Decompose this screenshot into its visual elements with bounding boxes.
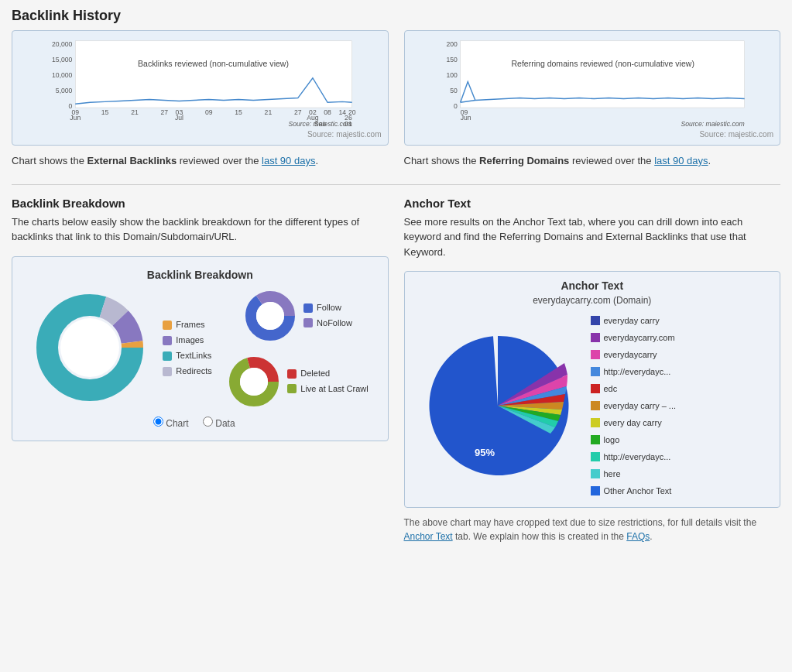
- anchor-legend-logo: logo: [591, 431, 677, 448]
- everydaycarry-color: [591, 350, 600, 359]
- svg-text:Referring domains reviewed (no: Referring domains reviewed (non-cumulati…: [511, 59, 694, 68]
- other-label: Other Anchor Text: [604, 482, 672, 499]
- breakdown-desc1: The charts below easily show the backlin…: [12, 216, 359, 228]
- backlinks-link[interactable]: backlinks: [12, 231, 53, 242]
- textlinks-label: TextLinks: [176, 348, 211, 364]
- live-color: [287, 384, 297, 393]
- anchor-bottom3: .: [650, 531, 652, 542]
- small-donuts-area: Follow NoFollow: [227, 289, 368, 409]
- left-desc-plain: Chart shows the: [12, 155, 87, 166]
- anchor-text-link[interactable]: Anchor Text: [513, 216, 565, 228]
- donut-area: Frames Images TextLinks Redirects: [24, 289, 376, 409]
- bottom-sections-row: Backlink Breakdown The charts below easi…: [12, 197, 780, 544]
- svg-text:200: 200: [446, 40, 458, 48]
- svg-text:95%: 95%: [475, 447, 495, 458]
- svg-rect-42: [460, 41, 744, 108]
- svg-text:20,000: 20,000: [52, 40, 73, 48]
- breakdown-title: Backlink Breakdown: [12, 197, 389, 210]
- data-radio-text: Data: [215, 418, 235, 429]
- right-desc-plain: Chart shows the: [404, 155, 480, 166]
- chart-radio-text: Chart: [166, 418, 188, 429]
- anchor-legend-other: Other Anchor Text: [591, 482, 677, 499]
- everyday-carry-dash-color: [591, 401, 600, 410]
- anchor-chart-box: Anchor Text everydaycarry.com (Domain): [404, 271, 781, 508]
- left-chart-desc: Chart shows the External Backlinks revie…: [12, 153, 389, 169]
- http2-label: http://everydayc...: [604, 448, 671, 465]
- http1-label: http://everydayc...: [604, 363, 671, 380]
- frames-label: Frames: [176, 317, 204, 333]
- deleted-donut: [227, 355, 281, 409]
- data-radio-input[interactable]: [203, 417, 213, 427]
- here-label: here: [604, 465, 621, 482]
- follow-label: Follow: [317, 300, 341, 316]
- left-desc-plain2: reviewed over the: [177, 155, 262, 166]
- anchor-legend-everyday-carry: everyday carry: [591, 312, 677, 329]
- svg-point-54: [256, 302, 284, 330]
- anchor-bottom-link2[interactable]: FAQs: [626, 531, 650, 542]
- svg-text:100: 100: [446, 71, 458, 79]
- right-chart-link[interactable]: last 90 days: [654, 155, 708, 166]
- svg-text:15: 15: [235, 108, 242, 116]
- svg-rect-10: [75, 41, 351, 108]
- breakdown-chart-title: Backlink Breakdown: [24, 269, 376, 281]
- anchor-pie-chart: 95%: [413, 328, 583, 483]
- svg-text:Source: majestic.com: Source: majestic.com: [288, 120, 351, 126]
- anchor-legend-every-day-carry: every day carry: [591, 414, 677, 431]
- anchor-pie-area: 95% everyday carry everydaycarry.com: [413, 312, 773, 499]
- follow-legend: Follow NoFollow: [303, 300, 352, 331]
- anchor-legend-everyday-carry-dash: everyday carry – ...: [591, 397, 677, 414]
- legend-images: Images: [163, 333, 211, 348]
- left-desc-end: .: [315, 155, 318, 166]
- follow-donut: [243, 289, 297, 343]
- svg-text:Source: majestic.com: Source: majestic.com: [681, 120, 744, 126]
- anchor-chart-title: Anchor Text: [413, 279, 773, 292]
- legend-frames: Frames: [163, 317, 211, 333]
- deleted-label: Deleted: [300, 366, 330, 382]
- svg-point-51: [60, 318, 119, 377]
- nofollow-label: NoFollow: [317, 316, 352, 331]
- anchor-bottom-desc: The above chart may have cropped text du…: [404, 516, 781, 543]
- edc-color: [591, 384, 600, 393]
- anchor-legend-http1: http://everydayc...: [591, 363, 677, 380]
- logo-color: [591, 435, 600, 444]
- anchor-title: Anchor Text: [404, 197, 781, 210]
- logo-label: logo: [604, 431, 620, 448]
- left-desc-bold: External Backlinks: [87, 155, 177, 166]
- right-chart-box: 200 150 100 50 0 Referring domains revie…: [404, 30, 781, 146]
- anchor-bottom2: tab. We explain how this is created in t…: [453, 531, 627, 542]
- legend-redirects: Redirects: [163, 364, 211, 379]
- left-chart-link[interactable]: last 90 days: [262, 155, 315, 166]
- every-day-carry-color: [591, 418, 600, 427]
- frames-color: [163, 321, 172, 330]
- svg-point-57: [240, 368, 268, 396]
- svg-text:Backlinks reviewed (non-cumula: Backlinks reviewed (non-cumulative view): [138, 59, 289, 68]
- follow-donut-row: Follow NoFollow: [243, 289, 352, 343]
- left-chart-box: 20,000 15,000 10,000 5,000 0 Backlinks r…: [12, 30, 389, 146]
- images-label: Images: [176, 333, 204, 348]
- chart-radio-label[interactable]: Chart: [153, 418, 191, 429]
- live-label: Live at Last Crawl: [300, 382, 368, 397]
- everyday-carry-color: [591, 316, 600, 325]
- chart-radio-input[interactable]: [153, 417, 163, 427]
- svg-text:15: 15: [101, 108, 109, 116]
- svg-text:21: 21: [131, 108, 139, 116]
- svg-text:15,000: 15,000: [52, 56, 73, 63]
- svg-text:08: 08: [324, 108, 331, 116]
- data-radio-label[interactable]: Data: [203, 418, 235, 429]
- anchor-legend-edc: edc: [591, 380, 677, 397]
- left-chart-col: 20,000 15,000 10,000 5,000 0 Backlinks r…: [12, 30, 389, 169]
- textlinks-color: [163, 351, 172, 361]
- backlink-history-section: Backlink History 20,000 15,000 10,000 5,…: [12, 8, 780, 169]
- follow-color: [303, 303, 313, 313]
- svg-text:150: 150: [446, 56, 458, 63]
- anchor-bottom-link1[interactable]: Anchor Text: [404, 531, 453, 542]
- svg-text:21: 21: [265, 108, 273, 116]
- here-color: [591, 469, 600, 478]
- redirects-label: Redirects: [176, 364, 211, 379]
- everyday-carry-dash-label: everyday carry – ...: [604, 397, 677, 414]
- anchor-desc: See more results on the Anchor Text tab,…: [404, 214, 781, 260]
- history-charts-row: 20,000 15,000 10,000 5,000 0 Backlinks r…: [12, 30, 780, 169]
- breakdown-chart-box: Backlink Breakdown: [12, 256, 389, 441]
- chart-data-radio: Chart Data: [24, 417, 376, 429]
- legend-live: Live at Last Crawl: [287, 382, 368, 397]
